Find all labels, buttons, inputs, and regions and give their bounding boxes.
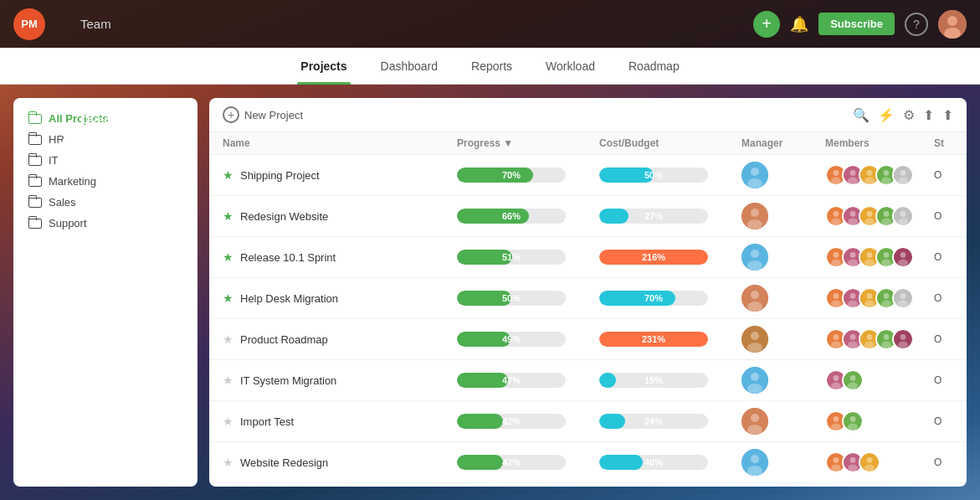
status-cell: O	[934, 292, 967, 304]
new-project-button[interactable]: + New Project	[223, 106, 303, 123]
progress-cell: 50%	[457, 291, 599, 306]
row-name: ★Shipping Project	[223, 168, 457, 182]
svg-point-53	[881, 260, 891, 266]
row-name: ★Release 10.1 Sprint	[223, 250, 457, 264]
sub-nav-item-workload[interactable]: Workload	[542, 48, 598, 85]
star-icon[interactable]: ★	[223, 209, 233, 223]
svg-point-107	[831, 424, 841, 430]
status-cell: O	[934, 374, 967, 386]
svg-point-17	[881, 178, 891, 184]
sub-nav-item-roadmap[interactable]: Roadmap	[625, 48, 683, 85]
svg-point-110	[848, 424, 858, 430]
help-button[interactable]: ?	[905, 13, 928, 36]
manager-avatar	[741, 203, 768, 229]
top-navigation: PM My WorkProjectsTeamTimeOverview + 🔔 S…	[0, 0, 980, 48]
star-icon[interactable]: ★	[223, 168, 233, 182]
table-row[interactable]: ★Redesign Website66%27%O	[209, 196, 967, 237]
table-row[interactable]: ★Import Test42%24%O	[209, 401, 967, 442]
star-icon[interactable]: ★	[223, 291, 233, 305]
progress-cell: 49%	[457, 332, 599, 347]
filter-icon[interactable]: ⚡	[878, 107, 895, 123]
svg-point-79	[834, 334, 839, 340]
star-icon[interactable]: ★	[223, 332, 233, 346]
budget-bar: 50%	[599, 168, 708, 183]
budget-cell: 40%	[599, 455, 741, 470]
projects-toolbar: + New Project 🔍 ⚡ ⚙ ⬆ ⬆	[209, 98, 967, 132]
user-avatar[interactable]	[938, 10, 967, 39]
budget-cell: 24%	[599, 414, 741, 429]
members-cell	[825, 369, 934, 391]
projects-panel: + New Project 🔍 ⚡ ⚙ ⬆ ⬆ NameProgress ▼Co…	[209, 98, 967, 487]
star-icon[interactable]: ★	[223, 250, 233, 264]
settings-icon[interactable]: ⚙	[903, 107, 915, 123]
progress-bar: 47%	[457, 373, 566, 388]
svg-point-73	[900, 293, 906, 299]
status-cell: O	[934, 415, 967, 427]
star-icon[interactable]: ★	[223, 415, 233, 428]
member-avatar	[892, 328, 914, 350]
manager-avatar	[741, 408, 768, 435]
sub-nav-item-projects[interactable]: Projects	[297, 48, 350, 85]
sidebar-item-sales[interactable]: Sales	[20, 192, 191, 213]
project-name: IT System Migration	[240, 374, 336, 387]
sidebar-item-support[interactable]: Support	[20, 213, 191, 234]
share-icon[interactable]: ⬆	[942, 107, 953, 123]
row-name: ★Redesign Website	[223, 209, 457, 223]
table-header: NameProgress ▼Cost/BudgetManagerMembersS…	[209, 132, 967, 155]
sub-nav-item-reports[interactable]: Reports	[468, 48, 516, 85]
search-icon[interactable]: 🔍	[853, 107, 870, 123]
nav-item-overview[interactable]: Overview	[62, 95, 155, 143]
svg-point-1	[947, 16, 957, 26]
table-row[interactable]: ★Website Redesign42%40%O	[209, 442, 967, 483]
member-avatar	[892, 164, 914, 186]
row-name: ★Import Test	[223, 415, 457, 428]
col-header-name: Name	[223, 137, 457, 149]
svg-point-109	[850, 416, 856, 422]
progress-cell: 42%	[457, 455, 599, 470]
star-icon[interactable]: ★	[223, 456, 233, 469]
nav-right: + 🔔 Subscribe ?	[753, 10, 967, 39]
svg-point-19	[900, 170, 906, 176]
budget-cell: 70%	[599, 291, 741, 306]
members-cell	[825, 410, 934, 432]
progress-cell: 51%	[457, 250, 599, 265]
nav-item-team[interactable]: Team	[62, 0, 155, 48]
subscribe-button[interactable]: Subscribe	[818, 13, 895, 35]
table-row[interactable]: ★Product Roadmap49%231%O	[209, 319, 967, 360]
svg-point-38	[898, 219, 908, 225]
budget-cell: 216%	[599, 250, 741, 265]
sidebar-label: Marketing	[49, 175, 96, 188]
notifications-icon[interactable]: 🔔	[790, 15, 808, 34]
svg-point-52	[884, 252, 890, 258]
manager-cell	[741, 244, 825, 271]
star-icon[interactable]: ★	[223, 374, 233, 387]
sidebar-item-marketing[interactable]: Marketing	[20, 171, 191, 192]
svg-point-62	[831, 301, 841, 307]
svg-point-68	[865, 301, 875, 307]
progress-bar: 50%	[457, 291, 566, 306]
svg-point-119	[848, 465, 858, 472]
folder-icon	[28, 177, 42, 187]
svg-point-76	[751, 332, 759, 340]
table-row[interactable]: ★Shipping Project70%50%O	[209, 155, 967, 196]
table-row[interactable]: ★Help Desk Migration50%70%O	[209, 278, 967, 319]
row-name: ★Website Redesign	[223, 456, 457, 469]
sidebar-label: IT	[49, 154, 59, 167]
add-button[interactable]: +	[753, 11, 780, 38]
members-group	[825, 164, 934, 186]
sub-nav-item-dashboard[interactable]: Dashboard	[377, 48, 442, 85]
table-row[interactable]: ★IT System Migration47%15%O	[209, 360, 967, 401]
svg-point-83	[848, 342, 858, 348]
svg-point-61	[834, 293, 839, 299]
folder-icon	[28, 135, 42, 145]
budget-bar: 70%	[599, 291, 708, 306]
members-cell	[825, 451, 934, 473]
members-cell	[825, 287, 934, 309]
export-icon[interactable]: ⬆	[923, 107, 934, 123]
svg-point-44	[831, 260, 841, 266]
svg-point-56	[898, 260, 908, 266]
sidebar-item-it[interactable]: IT	[20, 150, 191, 171]
svg-point-86	[865, 342, 875, 348]
budget-cell: 50%	[599, 168, 741, 183]
table-row[interactable]: ★Release 10.1 Sprint51%216%O	[209, 237, 967, 278]
